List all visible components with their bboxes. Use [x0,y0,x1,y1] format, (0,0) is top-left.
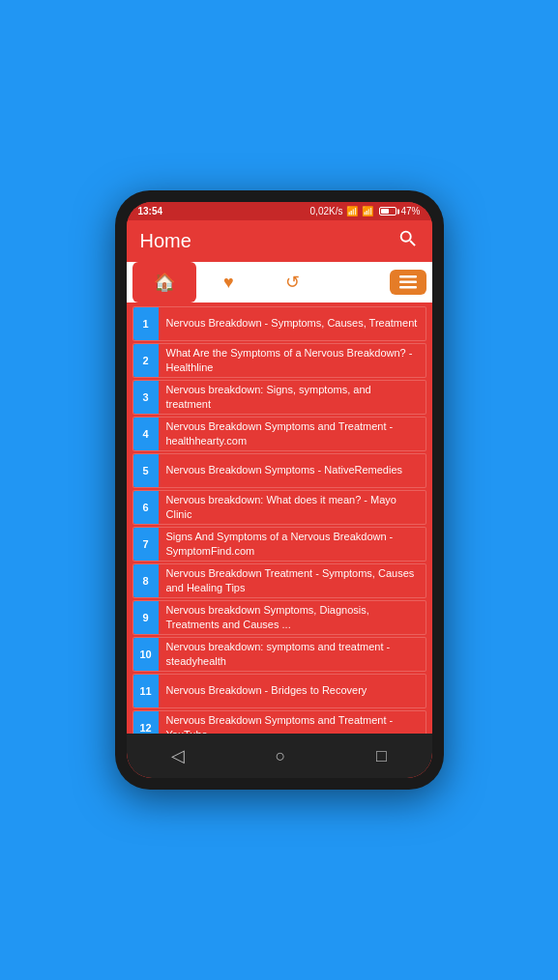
list-item[interactable]: 3 Nervous breakdown: Signs, symptoms, an… [132,380,426,415]
phone-screen: 13:54 0,02K/s 📶 📶 47% Home [127,202,432,778]
item-number: 4 [133,418,159,450]
tab-history[interactable]: ↺ [261,262,326,303]
item-number: 9 [133,601,159,634]
network-speed: 0,02K/s [310,206,343,216]
list-item[interactable]: 12 Nervous Breakdown Symptoms and Treatm… [132,710,426,734]
app-title: Home [140,230,191,252]
home-icon: 🏠 [154,272,175,293]
item-text: Nervous Breakdown Treatment - Symptoms, … [159,564,426,597]
item-text: Nervous breakdown: Signs, symptoms, and … [159,381,426,414]
menu-lines-icon [399,275,417,289]
status-bar: 13:54 0,02K/s 📶 📶 47% [127,202,432,220]
item-text: Nervous breakdown Symptoms, Diagnosis, T… [159,601,426,634]
item-number: 1 [133,307,159,340]
item-text: Nervous Breakdown Symptoms - NativeRemed… [159,454,411,487]
status-time: 13:54 [138,206,163,216]
svg-rect-0 [399,275,417,278]
app-header: Home [127,220,432,262]
item-number: 5 [133,454,159,487]
item-number: 11 [133,675,159,707]
list-item[interactable]: 6 Nervous breakdown: What does it mean? … [132,490,426,525]
item-text: Nervous breakdown: symptoms and treatmen… [159,638,426,671]
recents-button[interactable]: □ [357,742,406,770]
results-list: 1 Nervous Breakdown - Symptoms, Causes, … [127,306,432,734]
item-number: 12 [133,711,159,734]
item-text: What Are the Symptoms of a Nervous Break… [159,344,426,377]
tab-home[interactable]: 🏠 [132,262,197,303]
list-item[interactable]: 9 Nervous breakdown Symptoms, Diagnosis,… [132,600,426,635]
item-text: Nervous Breakdown Symptoms and Treatment… [159,418,426,450]
item-text: Nervous breakdown: What does it mean? - … [159,491,426,524]
item-number: 6 [133,491,159,524]
heart-icon: ♥ [223,273,234,293]
tab-favorites[interactable]: ♥ [196,263,261,303]
item-number: 8 [133,564,159,597]
search-icon [397,228,419,249]
home-button[interactable]: ○ [256,742,306,770]
svg-rect-2 [399,286,417,289]
phone-frame: 13:54 0,02K/s 📶 📶 47% Home [115,190,444,790]
list-item[interactable]: 8 Nervous Breakdown Treatment - Symptoms… [132,563,426,598]
item-number: 3 [133,381,159,414]
svg-rect-1 [399,281,417,284]
list-item[interactable]: 10 Nervous breakdown: symptoms and treat… [132,637,426,672]
list-item[interactable]: 7 Signs And Symptoms of a Nervous Breakd… [132,527,426,562]
item-text: Signs And Symptoms of a Nervous Breakdow… [159,528,426,561]
list-item[interactable]: 4 Nervous Breakdown Symptoms and Treatme… [132,417,426,451]
status-right: 0,02K/s 📶 📶 47% [310,206,421,216]
signal-icon: 📶 [362,206,373,216]
bottom-nav: ◁ ○ □ [127,734,432,778]
search-button[interactable] [397,228,419,254]
item-text: Nervous Breakdown Symptoms and Treatment… [159,711,426,734]
list-item[interactable]: 5 Nervous Breakdown Symptoms - NativeRem… [132,453,426,488]
history-icon: ↺ [285,272,300,293]
back-button[interactable]: ◁ [152,741,204,770]
item-number: 10 [133,638,159,671]
menu-icon-button[interactable] [390,270,426,295]
list-item[interactable]: 1 Nervous Breakdown - Symptoms, Causes, … [132,306,426,341]
tab-bar: 🏠 ♥ ↺ [127,262,432,303]
item-text: Nervous Breakdown - Bridges to Recovery [159,675,375,707]
item-text: Nervous Breakdown - Symptoms, Causes, Tr… [159,307,426,340]
item-number: 7 [133,528,159,561]
battery-icon [379,207,396,216]
list-item[interactable]: 2 What Are the Symptoms of a Nervous Bre… [132,343,426,378]
list-item[interactable]: 11 Nervous Breakdown - Bridges to Recove… [132,674,426,708]
wifi-icon: 📶 [346,206,358,216]
item-number: 2 [133,344,159,377]
battery-percent: 47% [400,206,420,216]
